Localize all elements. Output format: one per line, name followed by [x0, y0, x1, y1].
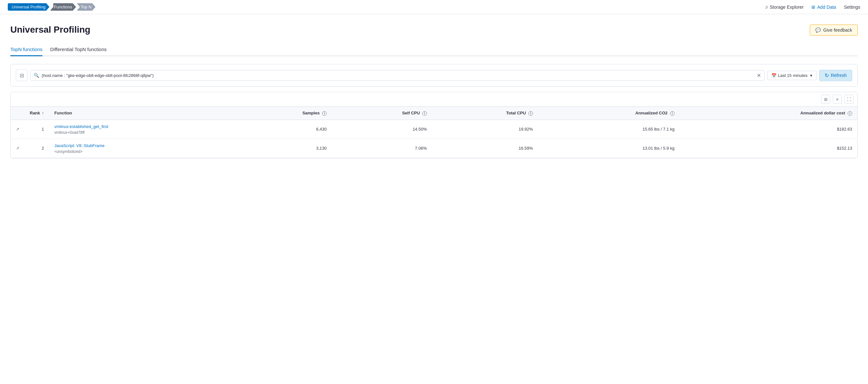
- columns-button[interactable]: ⊞: [821, 95, 830, 104]
- search-section: ⊟ 🔍 (host.name : "gke-edge-oblt-edge-obl…: [10, 64, 858, 87]
- density-icon: ≡: [836, 97, 839, 102]
- col-header-function: Function: [49, 107, 233, 120]
- col-header-self-cpu: Self CPU i: [332, 107, 432, 120]
- row-2-rank: 2: [25, 139, 49, 158]
- add-data-link[interactable]: ⊞ Add Data: [811, 4, 836, 10]
- dollar-info-icon[interactable]: i: [848, 111, 852, 116]
- row-2-function: JavaScript: V8::StubFrame <unsymbolized>: [49, 139, 233, 158]
- filter-button[interactable]: ⊟: [16, 69, 28, 81]
- storage-explorer-link[interactable]: β Storage Explorer: [766, 4, 804, 10]
- feedback-icon: 💬: [815, 28, 821, 33]
- nav-right: β Storage Explorer ⊞ Add Data Settings: [766, 4, 860, 10]
- expand-icon: ↗: [16, 146, 20, 151]
- row-1-function-sub: vmlinux+0xad78ff: [54, 130, 228, 135]
- samples-info-icon[interactable]: i: [322, 111, 327, 116]
- breadcrumb-universal-profiling[interactable]: Universal Profiling: [8, 3, 50, 11]
- chevron-down-icon: ▾: [810, 73, 812, 78]
- search-icon: 🔍: [34, 73, 39, 78]
- give-feedback-button[interactable]: 💬 Give feedback: [810, 25, 858, 36]
- co2-info-icon[interactable]: i: [670, 111, 675, 116]
- row-1-expand[interactable]: ↗: [11, 120, 25, 139]
- col-header-samples: Samples i: [233, 107, 332, 120]
- row-2-expand[interactable]: ↗: [11, 139, 25, 158]
- row-1-function-name[interactable]: vmlinux:established_get_first: [54, 124, 228, 130]
- row-2-samples: 3,130: [233, 139, 332, 158]
- row-2-self-cpu: 7.06%: [332, 139, 432, 158]
- row-2-function-sub: <unsymbolized>: [54, 149, 228, 154]
- columns-icon: ⊞: [824, 97, 828, 102]
- col-header-total-cpu: Total CPU i: [432, 107, 538, 120]
- table-header-row: Rank ↑ Function Samples i Self CPU i: [11, 107, 857, 120]
- total-cpu-info-icon[interactable]: i: [528, 111, 533, 116]
- row-1-self-cpu: 14.50%: [332, 120, 432, 139]
- settings-link[interactable]: Settings: [844, 4, 860, 10]
- fullscreen-icon: ⛶: [847, 97, 851, 102]
- table-toolbar: ⊞ ≡ ⛶: [11, 92, 857, 107]
- search-query: (host.name : "gke-edge-oblt-edge-oblt-po…: [42, 73, 754, 78]
- table-row: ↗ 2 JavaScript: V8::StubFrame <unsymboli…: [11, 139, 857, 158]
- row-1-total-cpu: 19.92%: [432, 120, 538, 139]
- fullscreen-button[interactable]: ⛶: [844, 95, 854, 104]
- refresh-button[interactable]: ↻ Refresh: [819, 70, 852, 81]
- calendar-icon: 📅: [771, 73, 776, 78]
- filter-icon: ⊟: [20, 72, 24, 78]
- page-title: Universal Profiling: [10, 25, 90, 35]
- breadcrumb-top-n[interactable]: Top N: [76, 3, 95, 11]
- sort-asc-icon: ↑: [42, 110, 44, 116]
- top-nav: Universal Profiling Functions Top N β St…: [0, 0, 868, 14]
- page-header: Universal Profiling 💬 Give feedback: [10, 25, 858, 36]
- search-bar: ⊟ 🔍 (host.name : "gke-edge-oblt-edge-obl…: [16, 69, 852, 81]
- row-1-function: vmlinux:established_get_first vmlinux+0x…: [49, 120, 233, 139]
- row-2-function-name[interactable]: JavaScript: V8::StubFrame: [54, 143, 228, 149]
- row-1-samples: 6,430: [233, 120, 332, 139]
- self-cpu-info-icon[interactable]: i: [422, 111, 427, 116]
- main-content: Universal Profiling 💬 Give feedback TopN…: [0, 14, 868, 158]
- refresh-icon: ↻: [825, 72, 829, 78]
- table-row: ↗ 1 vmlinux:established_get_first vmlinu…: [11, 120, 857, 139]
- row-2-co2: 13.01 lbs / 5.9 kg: [538, 139, 680, 158]
- tabs: TopN functions Differential TopN functio…: [10, 43, 858, 56]
- row-1-dollar: $182.63: [680, 120, 857, 139]
- table-section: ⊞ ≡ ⛶ Rank ↑ Function: [10, 92, 858, 158]
- row-2-total-cpu: 16.59%: [432, 139, 538, 158]
- search-input-wrapper: 🔍 (host.name : "gke-edge-oblt-edge-oblt-…: [30, 70, 765, 81]
- time-picker[interactable]: 📅 Last 15 minutes ▾: [767, 71, 816, 80]
- row-1-rank: 1: [25, 120, 49, 139]
- breadcrumb: Universal Profiling Functions Top N: [8, 3, 96, 11]
- col-header-expand: [11, 107, 25, 120]
- col-header-dollar-cost: Annualized dollar cost i: [680, 107, 857, 120]
- search-clear-button[interactable]: ✕: [757, 72, 761, 78]
- row-2-dollar: $152.13: [680, 139, 857, 158]
- row-1-co2: 15.65 lbs / 7.1 kg: [538, 120, 680, 139]
- breadcrumb-functions[interactable]: Functions: [50, 3, 76, 11]
- data-table: Rank ↑ Function Samples i Self CPU i: [11, 107, 857, 158]
- tab-topn-functions[interactable]: TopN functions: [10, 43, 42, 56]
- density-button[interactable]: ≡: [833, 95, 842, 104]
- expand-icon: ↗: [16, 127, 20, 132]
- col-header-rank[interactable]: Rank ↑: [25, 107, 49, 120]
- col-header-co2: Annualized CO2 i: [538, 107, 680, 120]
- tab-differential-topn[interactable]: Differential TopN functions: [50, 43, 107, 56]
